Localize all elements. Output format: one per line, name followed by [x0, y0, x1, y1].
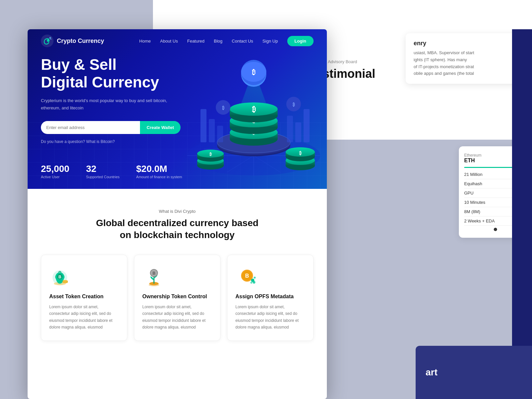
stat-num-countries: 32 — [86, 164, 120, 174]
section-sublabel: What is Divi Crypto — [41, 209, 314, 214]
login-button[interactable]: Login — [287, 36, 314, 46]
logo: Crypto Currency — [41, 35, 104, 47]
hero-description: Crypterium is the world's most popular w… — [41, 97, 181, 112]
svg-text:B: B — [59, 275, 62, 279]
card-opfs-metadata: B Assign OPFS Metadata Lorem ipsum dolor… — [227, 255, 314, 341]
card-ownership-token: B Ownership Token Control Lorem ipsum do… — [134, 255, 220, 341]
svg-point-1 — [47, 39, 50, 42]
hero-section: Crypto Currency Home About Us Featured B… — [28, 29, 327, 189]
svg-text:₿: ₿ — [252, 68, 255, 76]
svg-text:₿: ₿ — [252, 105, 256, 113]
svg-text:₿: ₿ — [222, 105, 224, 110]
hero-stats: 25,000 Active User 32 Supported Countrie… — [41, 164, 182, 179]
svg-point-60 — [63, 280, 68, 282]
svg-text:₿: ₿ — [293, 102, 295, 107]
hero-content: Buy & SellDigital Currency Crypterium is… — [41, 56, 181, 144]
stat-label-users: Active User — [41, 175, 69, 179]
svg-point-71 — [254, 277, 256, 279]
svg-point-73 — [250, 282, 252, 284]
person-name: enry — [414, 40, 524, 47]
stat-countries: 32 Supported Countries — [86, 164, 120, 179]
card-asset-token: B Asset Token Creation Lorem ipsum dolor… — [41, 255, 127, 341]
ownership-token-icon: B — [142, 265, 166, 288]
nav-links: Home About Us Featured Blog Contact Us S… — [139, 36, 314, 46]
nav-signup[interactable]: Sign Up — [262, 39, 278, 44]
svg-text:₿: ₿ — [299, 151, 302, 156]
nav-blog[interactable]: Blog — [214, 39, 222, 44]
svg-text:B: B — [245, 273, 249, 279]
navigation: Crypto Currency Home About Us Featured B… — [28, 29, 327, 53]
section-title: Global decentralized currency basedon bl… — [41, 217, 314, 241]
stat-num-users: 25,000 — [41, 164, 69, 174]
main-site: Crypto Currency Home About Us Featured B… — [28, 29, 327, 399]
card-title-3: Assign OPFS Metadata — [235, 294, 305, 300]
features-section: What is Divi Crypto Global decentralized… — [28, 189, 327, 354]
svg-rect-49 — [304, 109, 310, 142]
nav-featured[interactable]: Featured — [187, 39, 204, 44]
svg-rect-44 — [200, 109, 206, 142]
crypto-illustration: ₿ ₿ ₿ ₿ — [174, 43, 327, 182]
stat-num-finance: $20.0M — [136, 164, 182, 174]
hero-title: Buy & SellDigital Currency — [41, 56, 181, 91]
hero-form: Create Wallet — [41, 121, 181, 134]
person-description: usiast, MBA. Supervisor of start ights (… — [414, 50, 524, 77]
stat-label-countries: Supported Countries — [86, 175, 120, 179]
stat-finance: $20.0M Amount of finance in system — [136, 164, 182, 179]
stat-active-users: 25,000 Active User — [41, 164, 69, 179]
card-desc-3: Lorem ipsum dolor sit amet, consectetur … — [235, 304, 305, 331]
card-desc-2: Lorem ipsum dolor sit amet, consectetur … — [142, 304, 212, 331]
start-text: art — [426, 367, 438, 378]
svg-rect-48 — [295, 122, 301, 142]
svg-rect-46 — [217, 126, 223, 142]
asset-token-icon: B — [49, 265, 72, 288]
svg-rect-47 — [287, 116, 293, 142]
nav-home[interactable]: Home — [139, 39, 151, 44]
opfs-metadata-icon: B — [235, 265, 259, 288]
nav-contact[interactable]: Contact Us — [232, 39, 253, 44]
eth-dot — [494, 228, 497, 231]
feature-cards: B Asset Token Creation Lorem ipsum dolor… — [41, 255, 314, 341]
logo-text: Crypto Currency — [57, 38, 104, 45]
card-desc-1: Lorem ipsum dolor sit amet, consectetur … — [49, 304, 119, 331]
svg-point-72 — [253, 281, 255, 284]
svg-point-3 — [50, 39, 52, 40]
svg-rect-45 — [209, 119, 215, 142]
card-title-1: Asset Token Creation — [49, 294, 119, 300]
testimonial-label: Advisory Board — [328, 59, 357, 64]
stat-label-finance: Amount of finance in system — [136, 175, 182, 179]
start-panel: art — [416, 346, 532, 399]
card-title-2: Ownership Token Control — [142, 294, 212, 300]
nav-about[interactable]: About Us — [160, 39, 178, 44]
svg-text:B: B — [153, 271, 156, 276]
hero-question: Do you have a question? What is Bitcoin? — [41, 139, 181, 144]
svg-text:₿: ₿ — [209, 152, 212, 157]
dark-sidebar — [512, 29, 532, 399]
create-wallet-button[interactable]: Create Wallet — [140, 121, 181, 134]
logo-icon — [41, 35, 54, 47]
email-input[interactable] — [41, 121, 140, 134]
